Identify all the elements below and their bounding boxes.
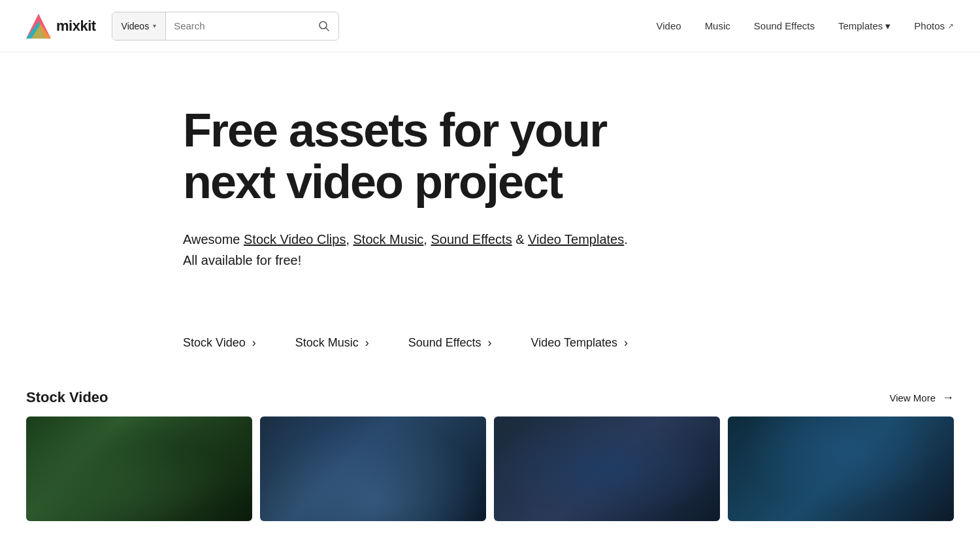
logo-text: mixkit — [56, 18, 96, 35]
video-thumbnail[interactable] — [26, 416, 252, 521]
stock-video-arrow-icon: › — [252, 336, 256, 350]
category-link-video-templates[interactable]: Video Templates › — [531, 336, 667, 350]
category-link-stock-video[interactable]: Stock Video › — [183, 336, 295, 350]
video-thumbnail-grid — [26, 416, 954, 521]
thumbnail-overlay — [728, 416, 954, 521]
search-input[interactable] — [166, 20, 310, 31]
nav-item-sound-effects[interactable]: Sound Effects — [754, 20, 815, 31]
subtitle-link-sound-effects[interactable]: Sound Effects — [431, 232, 512, 246]
stock-section-title: Stock Video — [26, 389, 108, 406]
subtitle-prefix: Awesome — [183, 232, 244, 246]
video-thumbnail[interactable] — [260, 416, 486, 521]
main-nav: Video Music Sound Effects Templates ▾ Ph… — [657, 20, 954, 32]
stock-video-section: Stock Video View More → — [0, 376, 980, 521]
subtitle-link-stock-video-clips[interactable]: Stock Video Clips — [244, 232, 346, 246]
category-link-stock-music[interactable]: Stock Music › — [295, 336, 408, 350]
search-type-dropdown[interactable]: Videos ▾ — [112, 12, 167, 40]
nav-item-music[interactable]: Music — [705, 20, 730, 31]
nav-item-video[interactable]: Video — [657, 20, 681, 31]
hero-subtitle: Awesome Stock Video Clips, Stock Music, … — [183, 229, 666, 271]
templates-chevron-icon: ▾ — [885, 20, 890, 32]
hero-title: Free assets for your next video project — [183, 105, 706, 208]
svg-line-4 — [326, 28, 329, 31]
stock-section-header: Stock Video View More → — [26, 389, 954, 406]
search-bar: Videos ▾ — [112, 12, 340, 41]
view-more-arrow-icon: → — [942, 391, 954, 405]
video-thumbnail[interactable] — [494, 416, 720, 521]
stock-music-arrow-icon: › — [365, 336, 369, 350]
search-type-label: Videos — [122, 21, 150, 31]
thumbnail-overlay — [494, 416, 720, 521]
svg-point-3 — [319, 22, 327, 29]
thumbnail-overlay — [260, 416, 486, 521]
category-links-bar: Stock Video › Stock Music › Sound Effect… — [0, 310, 980, 376]
site-header: mixkit Videos ▾ Video Music Sound Effect… — [0, 0, 980, 52]
sound-effects-arrow-icon: › — [488, 336, 492, 350]
search-button[interactable] — [310, 21, 338, 31]
logo-icon — [26, 14, 51, 39]
logo-link[interactable]: mixkit — [26, 14, 96, 39]
search-icon — [319, 21, 329, 31]
chevron-down-icon: ▾ — [153, 22, 156, 29]
subtitle-link-video-templates[interactable]: Video Templates — [528, 232, 624, 246]
nav-item-templates[interactable]: Templates ▾ — [838, 20, 890, 32]
hero-section: Free assets for your next video project … — [0, 52, 980, 310]
subtitle-link-stock-music[interactable]: Stock Music — [353, 232, 424, 246]
video-thumbnail[interactable] — [728, 416, 954, 521]
external-link-icon: ↗ — [947, 22, 954, 31]
thumbnail-overlay — [26, 416, 252, 521]
category-link-sound-effects[interactable]: Sound Effects › — [408, 336, 531, 350]
video-templates-arrow-icon: › — [624, 336, 628, 350]
nav-item-photos[interactable]: Photos ↗ — [914, 20, 954, 31]
view-more-link[interactable]: View More → — [889, 391, 954, 405]
